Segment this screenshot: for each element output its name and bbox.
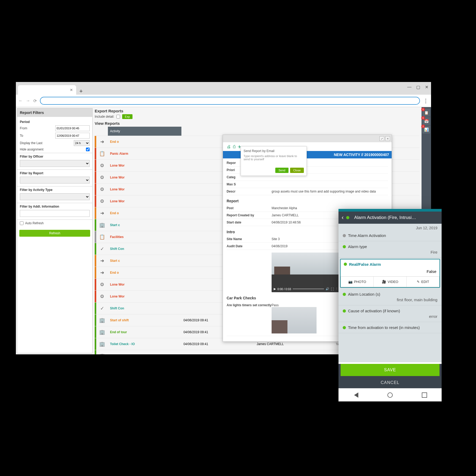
print-icon[interactable]: 🖨	[227, 144, 231, 149]
activity-label: Start c	[110, 259, 120, 263]
pdf-icon[interactable]: ⎙	[233, 144, 236, 149]
close-tab-icon[interactable]: ✕	[70, 88, 73, 92]
view-title: View Reports	[95, 121, 419, 126]
phone-date: Jun 12, 2019	[338, 224, 442, 230]
kv-key: Start date	[227, 221, 272, 224]
form-row[interactable]: Alarm typeFire	[338, 241, 442, 258]
addl-input[interactable]	[20, 210, 90, 217]
kv-key: Audit Date	[227, 244, 272, 248]
row-icon: ⚙	[97, 196, 107, 206]
by-activity-label: Filter by Activity Type	[20, 188, 90, 192]
photo-button[interactable]: 📷PHOTO	[341, 277, 374, 287]
more-icon[interactable]: ⋮	[335, 287, 338, 291]
activity-header: Activity	[108, 127, 181, 136]
row-label: Time Alarm Activation	[348, 233, 386, 238]
row-value: first floor, main building	[343, 298, 437, 302]
activity-label: Toilet Check - IO	[110, 342, 135, 346]
side-icon[interactable]: 5📋	[422, 109, 430, 117]
kv-key: Are lights timers set correctly	[227, 303, 272, 334]
email-popover: Send Report by Email Type recipient's ad…	[241, 146, 307, 176]
kv-val: Manchester Alpha	[272, 206, 297, 210]
form-row[interactable]: Cause of activation (if known)error	[338, 305, 442, 322]
row-icon: 🏢	[97, 220, 107, 230]
report-select[interactable]	[20, 177, 90, 184]
form-row[interactable]: Alarm Location (s)first floor, main buil…	[338, 289, 442, 305]
window-close-icon[interactable]: ✕	[425, 85, 428, 90]
hide-assign-check[interactable]	[86, 148, 90, 151]
row-icon: 🏢	[97, 315, 107, 325]
back-icon[interactable]: ‹	[342, 214, 344, 221]
by-addl-label: Filter by Addl. Information	[20, 205, 90, 208]
video-button[interactable]: 🎥VIDEO	[374, 277, 406, 287]
video-player[interactable]: ▶ 0:00 / 0:03 🔊 ⛶ ⋮	[272, 253, 340, 292]
row-time: 04/06/2019 09:41	[181, 350, 255, 355]
mute-icon[interactable]: 🔊	[326, 287, 329, 291]
play-icon[interactable]: ▶	[274, 287, 276, 291]
row-icon: 📋	[97, 149, 107, 158]
form-row[interactable]: Time from activation to reset (in minute…	[338, 322, 442, 333]
side-icon[interactable]: 2📊	[422, 126, 430, 134]
officer-select[interactable]	[20, 160, 90, 167]
filters-title: Report Filters	[17, 108, 92, 117]
email-placeholder[interactable]: Type recipient's address or leave blank …	[244, 154, 304, 168]
activity-label: Start of shift	[110, 318, 129, 322]
refresh-button[interactable]: Refresh	[19, 230, 90, 237]
include-detail-check[interactable]	[116, 115, 120, 118]
browser-tab[interactable]: ✕	[18, 85, 76, 95]
export-button[interactable]: Exp	[122, 114, 132, 119]
window-max-icon[interactable]: ▢	[416, 85, 420, 90]
by-officer-label: Filter by Officer	[20, 155, 90, 158]
row-icon: 📋	[97, 232, 107, 242]
forward-icon[interactable]: →	[26, 98, 30, 103]
activity-label: Start of tour	[110, 354, 128, 354]
kv-val: 04/06/2019 10:48:56	[272, 221, 301, 224]
activity-label: Start c	[110, 223, 120, 227]
status-dot-icon	[346, 216, 349, 219]
nav-back-icon[interactable]	[353, 392, 358, 398]
url-input[interactable]	[40, 97, 420, 105]
video-time: 0:00 / 0:03	[277, 287, 291, 291]
cancel-button[interactable]: CANCEL	[338, 377, 442, 388]
side-icon[interactable]: 6📅	[422, 117, 430, 125]
back-icon[interactable]: ←	[19, 98, 23, 103]
row-person: James CARTMELL	[254, 350, 334, 355]
activity-label: Lone Wor	[110, 283, 125, 286]
modal-close-icon[interactable]: ✕	[385, 136, 390, 141]
row-icon: ➜	[97, 137, 107, 147]
row-icon: ⚙	[97, 292, 107, 301]
close-button[interactable]: Close	[290, 168, 304, 173]
display-last-select[interactable]: 24 h	[74, 140, 90, 146]
tab-bar: ✕ + — ▢ ✕	[16, 82, 431, 95]
new-tab-button[interactable]: +	[76, 88, 86, 95]
export-title: Export Reports	[95, 109, 419, 113]
kv-val: group assets must use this form and add …	[272, 190, 376, 193]
row-label: Alarm type	[348, 244, 367, 249]
send-button[interactable]: Send	[275, 168, 289, 173]
activity-label: Lone Wor	[110, 295, 125, 298]
address-bar: ← → ⟳ ⋮	[16, 95, 431, 107]
modal-expand-icon[interactable]: ⤢	[379, 136, 384, 141]
from-input[interactable]	[55, 125, 90, 131]
form-row[interactable]: Time Alarm Activation	[338, 230, 442, 241]
kv-key: Site Name	[227, 237, 272, 241]
row-value: Fire	[343, 250, 437, 254]
row-icon: ⚙	[97, 280, 107, 289]
nav-home-icon[interactable]	[387, 392, 393, 398]
nav-recent-icon[interactable]	[422, 392, 427, 398]
to-label: To	[20, 134, 55, 138]
auto-refresh-check[interactable]	[20, 221, 24, 225]
window-min-icon[interactable]: —	[407, 85, 411, 90]
to-input[interactable]	[55, 133, 90, 139]
fullscreen-icon[interactable]: ⛶	[331, 287, 334, 291]
row-label: Time from activation to reset (in minute…	[348, 325, 420, 330]
reload-icon[interactable]: ⟳	[33, 98, 37, 103]
edit-button[interactable]: ✎EDIT	[407, 277, 439, 287]
kv-val: James CARTMELL	[272, 213, 299, 217]
save-button[interactable]: SAVE	[341, 364, 440, 376]
activity-select[interactable]	[20, 193, 90, 200]
badge: 2	[421, 125, 425, 128]
badge: 5	[421, 108, 425, 111]
menu-icon[interactable]: ⋮	[423, 98, 428, 104]
selected-field[interactable]: Real/False Alarm False 📷PHOTO 🎥VIDEO ✎ED…	[340, 259, 440, 288]
image-thumb[interactable]	[272, 307, 317, 333]
